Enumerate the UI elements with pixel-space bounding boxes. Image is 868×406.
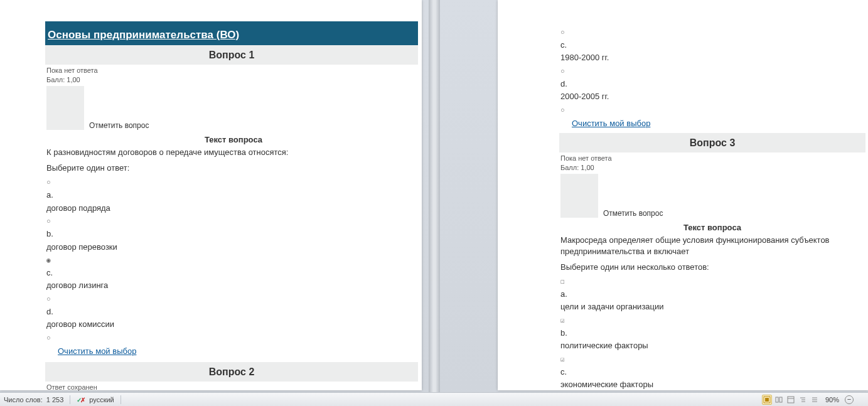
question-text-heading: Текст вопроса	[45, 131, 422, 146]
question-text-heading: Текст вопроса	[559, 219, 865, 233]
flag-placeholder	[560, 174, 598, 218]
right-page-container[interactable]: ○ c. 1980-2000 гг. ○ d. 2000-2005 гг. ○ …	[440, 0, 869, 392]
q2r-opt-c: 1980-2000 гг.	[559, 51, 868, 64]
q2r-opt-c-letter: c.	[559, 38, 868, 51]
q3-status: Пока нет ответа	[559, 152, 865, 162]
flag-placeholder	[46, 86, 84, 130]
course-title: Основы предпринимательства (ВО)	[45, 21, 418, 45]
q2r-opt-d: 2000-2005 гг.	[559, 90, 868, 103]
question-3-header: Вопрос 3	[559, 133, 865, 152]
q3-opt-c: экономические факторы	[559, 378, 865, 391]
flag-question-label[interactable]: Отметить вопрос	[603, 209, 663, 219]
svg-rect-4	[776, 397, 778, 402]
checkbox-icon[interactable]: ☑	[560, 355, 569, 365]
q1-opt-b-letter: b.	[45, 227, 422, 240]
q1-opt-a-letter: a.	[45, 188, 422, 201]
q1-opt-c: договор лизинга	[45, 279, 422, 292]
radio-icon[interactable]: ○	[560, 106, 569, 115]
spellcheck-icon[interactable]: ✓✗	[77, 395, 85, 404]
q1-status: Пока нет ответа	[45, 65, 422, 74]
q3-opt-b-letter: b.	[559, 326, 865, 339]
q1-opt-a: договор подряда	[45, 201, 422, 215]
flag-question-label[interactable]: Отметить вопрос	[89, 121, 149, 131]
clear-choice-link[interactable]: Очистить мой выбор	[45, 346, 136, 356]
radio-icon[interactable]: ◉	[46, 256, 55, 265]
q3-prompt: Выберите один или несколько ответов:	[559, 259, 865, 274]
q3-opt-c-letter: c.	[559, 365, 865, 378]
q3-opt-b: политические факторы	[559, 339, 865, 352]
q3-opt-a-letter: a.	[559, 287, 865, 301]
radio-icon[interactable]: ○	[46, 178, 55, 188]
zoom-level[interactable]: 90%	[822, 396, 843, 403]
view-draft-icon[interactable]	[810, 395, 820, 405]
svg-rect-5	[780, 397, 782, 402]
question-2-header: Вопрос 2	[45, 362, 418, 382]
q1-score: Балл: 1,00	[45, 74, 422, 83]
radio-icon[interactable]: ○	[46, 295, 55, 304]
word-count-value: 1 253	[46, 396, 64, 403]
left-page-container[interactable]: Основы предпринимательства (ВО) Вопрос 1…	[0, 0, 429, 392]
q1-opt-d-letter: d.	[45, 305, 422, 318]
q3-score: Балл: 1,00	[559, 162, 865, 171]
view-web-icon[interactable]	[786, 395, 796, 405]
q2-status: Ответ сохранен	[45, 382, 422, 391]
svg-rect-3	[765, 398, 769, 402]
language-label[interactable]: русский	[89, 396, 114, 403]
q1-opt-c-letter: c.	[45, 266, 422, 279]
q2r-opt-d-letter: d.	[559, 77, 868, 90]
page-1: Основы предпринимательства (ВО) Вопрос 1…	[0, 0, 422, 390]
zoom-out-button[interactable]: −	[845, 395, 854, 404]
svg-rect-6	[788, 397, 794, 403]
radio-icon[interactable]: ○	[560, 67, 569, 77]
checkbox-icon[interactable]: ☑	[560, 316, 569, 326]
separator	[121, 395, 121, 404]
q1-opt-b: договор перевозки	[45, 240, 422, 254]
word-count-label: Число слов:	[4, 396, 43, 403]
checkbox-icon[interactable]: ☐	[560, 277, 569, 287]
page-divider	[429, 0, 440, 392]
q1-text: К разновидностям договоров о передаче им…	[45, 146, 422, 159]
svg-text:✗: ✗	[80, 397, 85, 403]
q1-opt-d: договор комиссии	[45, 318, 422, 331]
view-outline-icon[interactable]	[798, 395, 808, 405]
document-workspace: Основы предпринимательства (ВО) Вопрос 1…	[0, 0, 868, 392]
q3-text: Макросреда определяет общие условия функ…	[559, 233, 865, 259]
radio-icon[interactable]: ○	[46, 334, 55, 343]
radio-icon[interactable]: ○	[46, 217, 55, 227]
q3-opt-a: цели и задачи организации	[559, 300, 865, 313]
separator	[70, 395, 70, 404]
status-bar: Число слов: 1 253 ✓✗ русский 90% − +	[0, 392, 868, 406]
q1-prompt: Выберите один ответ:	[45, 159, 422, 175]
question-1-header: Вопрос 1	[45, 45, 418, 65]
view-print-layout-icon[interactable]	[762, 395, 772, 405]
clear-choice-link[interactable]: Очистить мой выбор	[559, 119, 650, 128]
page-2: ○ c. 1980-2000 гг. ○ d. 2000-2005 гг. ○ …	[498, 0, 868, 390]
view-reading-icon[interactable]	[774, 395, 784, 405]
radio-icon[interactable]: ○	[560, 28, 569, 38]
